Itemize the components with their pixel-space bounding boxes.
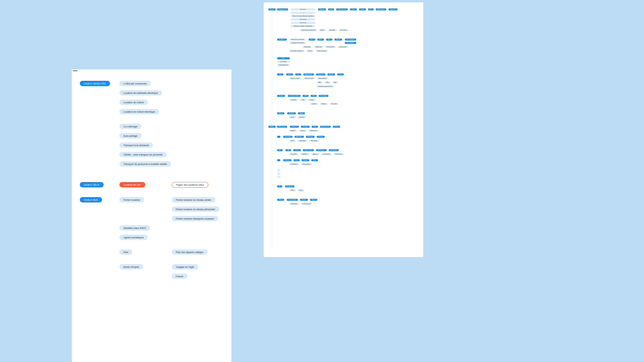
node-plan[interactable]: Plan: [119, 249, 132, 255]
overview-node[interactable]: Tarifs: [277, 73, 283, 75]
overview-node[interactable]: Information en temps réel: [300, 29, 317, 31]
overview-node[interactable]: Téléchargements: [277, 64, 290, 66]
overview-node[interactable]: Vélo: [311, 95, 316, 97]
overview-node[interactable]: Modifier: [289, 130, 297, 132]
overview-node[interactable]: Inscription: [289, 99, 298, 101]
overview-node[interactable]: Plan du site: [291, 22, 315, 24]
overview-node[interactable]: Fiche horaire: [338, 46, 348, 48]
node-tadae[interactable]: TADAé : votre transport de proximité: [119, 152, 167, 157]
overview-node[interactable]: Connexion: [290, 126, 299, 128]
overview-node[interactable]: —: [291, 12, 315, 14]
overview-node[interactable]: Stations: [320, 103, 328, 105]
overview-node[interactable]: Covoiturage: [319, 95, 328, 97]
overview-node[interactable]: Projets: [298, 112, 305, 114]
overview-node[interactable]: Profil: [312, 126, 318, 128]
overview-node[interactable]: Bienvenue: [291, 8, 315, 10]
overview-node[interactable]: Se déplacer: [277, 39, 287, 41]
overview-node[interactable]: Médias: [310, 199, 317, 201]
overview-node[interactable]: Paramètres: [289, 163, 299, 165]
overview-node[interactable]: Notifications: [309, 130, 319, 132]
overview-node[interactable]: Pass: [295, 73, 301, 75]
overview-node[interactable]: Alertes: [319, 29, 326, 31]
overview-node[interactable]: [277, 159, 280, 161]
node-covoiturage[interactable]: Co-voiturage: [119, 124, 141, 129]
node-tad[interactable]: Transport à la demande: [119, 142, 153, 148]
overview-node[interactable]: Points de vente: [336, 8, 348, 10]
overview-node[interactable]: Rechercher un itinéraire: [289, 39, 306, 41]
overview-node[interactable]: FAQ: [317, 81, 322, 83]
overview-node[interactable]: Services: [277, 95, 285, 97]
overview-node[interactable]: Horaires: [318, 8, 326, 10]
overview-node[interactable]: Archives: [298, 116, 306, 118]
node-lignes-touristiques[interactable]: Lignes touristiques: [119, 235, 148, 240]
overview-node[interactable]: Liste arrêts: [277, 61, 290, 63]
overview-node[interactable]: Offres: [289, 189, 296, 191]
overview-node[interactable]: Télécharger: [289, 203, 299, 205]
overview-node[interactable]: Arrêts: [317, 39, 324, 41]
overview-node[interactable]: Carte: [277, 57, 290, 59]
node-mode-emploi[interactable]: Mode d'emploi: [119, 264, 143, 269]
overview-node[interactable]: Formulaire: [289, 153, 298, 155]
overview-node[interactable]: Dossiers: [300, 199, 308, 201]
node-pmr[interactable]: Transport de personne à mobilité réduite: [119, 161, 171, 167]
node-velo[interactable]: OGALO VÉLO: [80, 182, 104, 187]
overview-node[interactable]: [277, 169, 280, 171]
overview-node[interactable]: Acheter en ligne: [289, 77, 301, 79]
overview-node[interactable]: Infos réseau: [339, 29, 349, 31]
overview-node[interactable]: Actualités: [287, 112, 296, 114]
overview-node[interactable]: Objets trouvés: [303, 149, 314, 151]
overview-node[interactable]: Mentions / politique confidentialité: [291, 25, 315, 27]
overview-node[interactable]: Pro: [277, 185, 282, 187]
overview-node[interactable]: Présentation: [291, 18, 315, 20]
overview-node[interactable]: Carte interactive: [316, 50, 328, 52]
overview-node[interactable]: Paiement en plusieurs fois: [317, 85, 334, 87]
overview-node[interactable]: Réclamations: [316, 149, 327, 151]
overview-node[interactable]: Article: [289, 116, 296, 118]
overview-node[interactable]: Résultats de recherche: [289, 42, 306, 44]
overview-node[interactable]: Détail ligne: [303, 46, 312, 48]
overview-node[interactable]: Abonnements: [320, 126, 331, 128]
overview-node[interactable]: Accessibilité: [329, 149, 339, 151]
overview-node[interactable]: Trajets: [359, 8, 366, 10]
overview-node[interactable]: Tarifs vélo: [330, 103, 338, 105]
overview-node[interactable]: Horaires: [334, 39, 342, 41]
node-autopartage[interactable]: Auto-partage: [119, 133, 142, 138]
overview-node[interactable]: Agences: [311, 153, 319, 155]
overview-node[interactable]: [277, 136, 280, 138]
overview-node[interactable]: [277, 173, 280, 175]
overview-node[interactable]: Tarifs: [328, 8, 334, 10]
node-location-velo[interactable]: Location de vélo: [119, 182, 145, 187]
overview-node[interactable]: Infos trafic: [388, 8, 397, 10]
overview-node[interactable]: Communiqués: [287, 199, 298, 201]
overview-node[interactable]: Sécurité: [299, 130, 307, 132]
node-voyager-regle[interactable]: Voyager en règle: [172, 264, 198, 269]
overview-node[interactable]: Détail: [289, 140, 296, 142]
overview-node[interactable]: Mes trajets: [283, 136, 292, 138]
overview-node[interactable]: Offres et services offerts par l'opérate…: [291, 15, 315, 17]
overview-node[interactable]: Plan: [368, 8, 374, 10]
overview-node[interactable]: Téléphone: [300, 153, 309, 155]
overview-node[interactable]: Aide: [332, 81, 338, 83]
overview-node[interactable]: Inscription: [301, 126, 310, 128]
overview-node[interactable]: Favoris: [307, 50, 314, 52]
overview-node[interactable]: Lignes: [350, 8, 357, 10]
overview-node[interactable]: Gratuité: [327, 73, 335, 75]
overview-node[interactable]: Plan d'accès: [334, 153, 344, 155]
overview-node[interactable]: Lignes: [309, 39, 316, 41]
node-bus[interactable]: OGALO BUS: [80, 197, 102, 202]
overview-node[interactable]: CGU: [293, 159, 300, 161]
overview-node[interactable]: Télécharger: [298, 140, 307, 142]
overview-node[interactable]: Tickets: [286, 73, 293, 75]
overview-node[interactable]: Accueil: [268, 8, 276, 10]
node-location-voiture[interactable]: Location de voiture: [119, 100, 148, 105]
overview-node[interactable]: Points de vente: [303, 77, 315, 79]
overview-node[interactable]: Devis: [298, 189, 304, 191]
overview-node[interactable]: Contact: [308, 99, 315, 101]
overview-node[interactable]: Abonnements: [303, 73, 314, 75]
overview-node[interactable]: Suivi dossier: [321, 153, 331, 155]
overview-node[interactable]: Presse: [277, 199, 284, 201]
overview-node[interactable]: Info voyageurs: [345, 39, 356, 41]
overview-node[interactable]: Consentement: [301, 163, 312, 165]
node-navettes[interactable]: Navettes Gare SNCF: [119, 225, 150, 231]
node-mobilites[interactable]: OGALO MOBILITÉS: [80, 81, 110, 86]
